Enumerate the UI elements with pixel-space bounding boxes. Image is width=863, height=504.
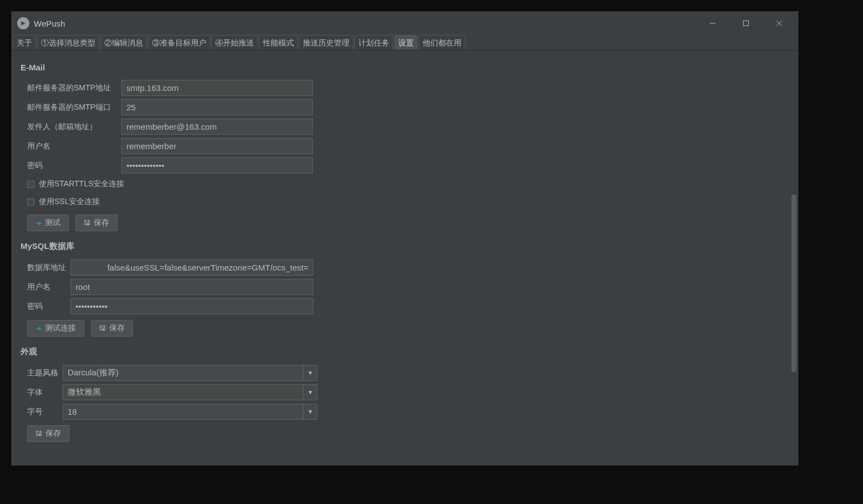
email-pass-label: 密码 [21,161,121,171]
appearance-save-button[interactable]: 🖫 保存 [27,425,69,442]
tab-about[interactable]: 关于 [13,35,36,49]
minimize-button[interactable] [696,12,729,35]
settings-panel: E-Mail 邮件服务器的SMTP地址 邮件服务器的SMTP端口 发件人（邮箱地… [12,50,798,465]
email-save-label: 保存 [94,218,109,228]
email-test-label: 测试 [45,218,60,228]
font-label: 字体 [21,388,63,398]
fontsize-value: 18 [68,407,77,416]
tab-settings[interactable]: 设置 [394,35,418,49]
theme-label: 主题风格 [21,368,63,378]
app-window: WePush 关于 ①选择消息类型 ②编辑消息 ③准备目标用户 ④开始推送 性能… [11,11,799,466]
email-pass-input[interactable] [121,157,313,174]
db-test-button[interactable]: ➔ 测试连接 [27,320,84,337]
save-icon: 🖫 [35,430,42,437]
app-icon [17,17,29,29]
theme-select[interactable]: Darcula(推荐) [63,365,317,381]
theme-value: Darcula(推荐) [68,368,119,378]
db-url-input[interactable] [70,259,313,276]
save-icon: 🖫 [84,219,90,227]
sender-input[interactable] [121,119,313,135]
starttls-label: 使用STARTTLS安全连接 [39,179,124,189]
db-heading: MySQL数据库 [21,241,789,252]
app-title: WePush [34,19,65,28]
db-user-input[interactable] [70,279,313,295]
email-user-input[interactable] [121,138,313,154]
appearance-save-label: 保存 [45,429,61,439]
appearance-heading: 外观 [21,347,789,357]
smtp-port-label: 邮件服务器的SMTP端口 [21,103,121,113]
tab-step1[interactable]: ①选择消息类型 [37,35,99,49]
email-heading: E-Mail [21,63,789,72]
titlebar: WePush [12,12,798,35]
font-value: 微软雅黑 [68,387,101,398]
ssl-label: 使用SSL安全连接 [39,197,100,207]
starttls-checkbox[interactable] [27,181,34,188]
tab-bar: 关于 ①选择消息类型 ②编辑消息 ③准备目标用户 ④开始推送 性能模式 推送历史… [12,35,798,50]
scrollbar-thumb[interactable] [791,195,796,372]
smtp-addr-input[interactable] [121,80,313,96]
db-pass-label: 密码 [21,302,70,312]
ssl-checkbox[interactable] [27,198,34,206]
smtp-addr-label: 邮件服务器的SMTP地址 [21,83,121,93]
db-save-label: 保存 [109,323,125,333]
db-test-label: 测试连接 [45,323,76,333]
tab-schedule[interactable]: 计划任务 [354,35,393,49]
db-pass-input[interactable] [70,298,313,314]
svg-marker-0 [21,21,26,26]
arrow-right-icon: ➔ [35,324,42,333]
sender-label: 发件人（邮箱地址） [21,122,121,132]
close-button[interactable] [763,12,796,35]
email-user-label: 用户名 [21,141,121,151]
maximize-button[interactable] [729,12,763,35]
tab-step4[interactable]: ④开始推送 [211,35,258,49]
db-user-label: 用户名 [21,282,70,292]
db-save-button[interactable]: 🖫 保存 [91,320,133,337]
tab-others[interactable]: 他们都在用 [419,35,465,49]
fontsize-label: 字号 [21,407,63,417]
save-icon: 🖫 [99,324,106,332]
email-save-button[interactable]: 🖫 保存 [75,215,118,231]
db-url-label: 数据库地址 [21,263,70,273]
smtp-port-input[interactable] [121,99,313,115]
email-test-button[interactable]: ➔ 测试 [27,215,69,231]
tab-performance[interactable]: 性能模式 [259,35,298,49]
tab-step2[interactable]: ②编辑消息 [100,35,147,49]
arrow-right-icon: ➔ [35,219,42,227]
fontsize-select[interactable]: 18 [63,404,317,420]
svg-rect-2 [744,21,749,26]
tab-step3[interactable]: ③准备目标用户 [148,35,210,49]
font-select[interactable]: 微软雅黑 [63,384,317,400]
tab-history[interactable]: 推送历史管理 [299,35,353,49]
